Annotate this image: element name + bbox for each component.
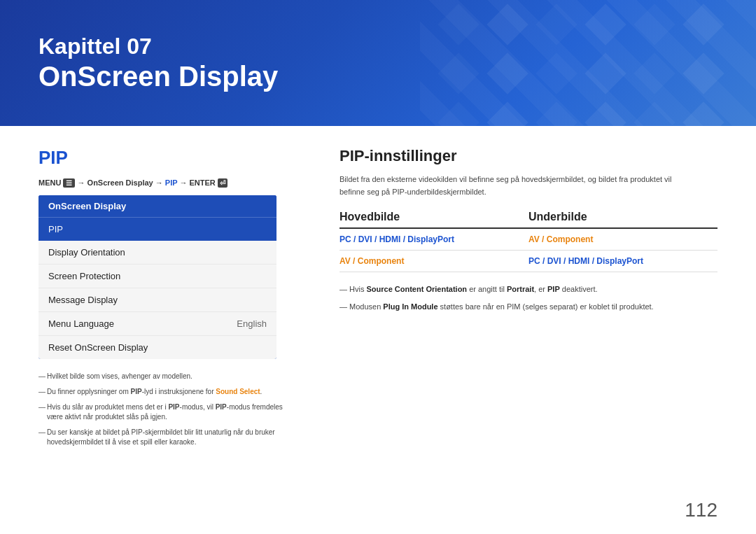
chapter-label: Kapittel 07	[38, 33, 278, 59]
menu-item-pip-label: PIP	[48, 224, 63, 234]
menu-path-arrow: → ENTER	[179, 178, 217, 187]
note-1: Hvilket bilde som vises, avhenger av mod…	[38, 372, 298, 381]
menu-item-display-orientation[interactable]: Display Orientation	[38, 241, 276, 265]
right-note-2: Modusen Plug In Module støttes bare når …	[340, 301, 718, 313]
right-note-1: Hvis Source Content Orientation er angit…	[340, 283, 718, 295]
table-row-2: AV / Component PC / DVI / HDMI / Display…	[340, 251, 718, 272]
menu-path: MENU ☰ → OnScreen Display → PIP → ENTER …	[38, 178, 298, 187]
osd-menu-items: PIP Display Orientation Screen Protectio…	[38, 218, 276, 359]
notes-section: Hvilket bilde som vises, avhenger av mod…	[38, 372, 298, 447]
note-4: Du ser kanskje at bildet på PIP-skjermbi…	[38, 428, 298, 447]
pip-innstillinger-title: PIP-innstillinger	[340, 147, 718, 165]
table-cell-2-2: PC / DVI / HDMI / DisplayPort	[528, 256, 718, 266]
right-column: PIP-innstillinger Bildet fra den ekstern…	[326, 147, 718, 520]
header-title: Kapittel 07 OnScreen Display	[38, 33, 278, 93]
menu-item-menu-language-label: Menu Language	[48, 318, 114, 329]
diamond-decoration	[434, 0, 728, 126]
menu-item-screen-protection[interactable]: Screen Protection	[38, 265, 276, 288]
table-cell-1-2: AV / Component	[528, 234, 718, 244]
header-banner: Kapittel 07 OnScreen Display	[0, 0, 756, 126]
menu-item-reset-osd-label: Reset OnScreen Display	[48, 342, 148, 353]
table-header-row: Hovedbilde Underbilde	[340, 211, 718, 229]
main-content: PIP MENU ☰ → OnScreen Display → PIP → EN…	[0, 126, 756, 534]
note-3: Hvis du slår av produktet mens det er i …	[38, 402, 298, 422]
left-column: PIP MENU ☰ → OnScreen Display → PIP → EN…	[38, 147, 298, 520]
menu-item-pip[interactable]: PIP	[38, 218, 276, 241]
menu-item-menu-language-value: English	[237, 318, 267, 329]
col-header-underbilde: Underbilde	[528, 211, 718, 223]
menu-path-enter-icon: ⏎	[218, 178, 227, 188]
menu-path-pip: PIP	[165, 178, 178, 187]
col-header-hovedbilde: Hovedbilde	[340, 211, 528, 223]
menu-path-icon-box: ☰	[63, 178, 75, 188]
right-notes: Hvis Source Content Orientation er angit…	[340, 283, 718, 312]
menu-path-icon: MENU	[38, 178, 61, 187]
pip-section-title: PIP	[38, 147, 298, 169]
menu-item-message-display[interactable]: Message Display	[38, 288, 276, 312]
menu-path-text: → OnScreen Display →	[78, 178, 165, 187]
menu-item-message-display-label: Message Display	[48, 295, 118, 305]
osd-menu-header: OnScreen Display	[38, 195, 276, 218]
menu-item-reset-osd[interactable]: Reset OnScreen Display	[38, 336, 276, 359]
table-cell-2-1: AV / Component	[340, 256, 528, 266]
table-row-1: PC / DVI / HDMI / DisplayPort AV / Compo…	[340, 229, 718, 251]
pip-table: Hovedbilde Underbilde PC / DVI / HDMI / …	[340, 211, 718, 272]
pip-description: Bildet fra den eksterne videokilden vil …	[340, 174, 676, 198]
header-subtitle: OnScreen Display	[38, 59, 278, 93]
page-number: 112	[685, 499, 718, 521]
menu-item-menu-language[interactable]: Menu Language English	[38, 312, 276, 336]
table-cell-1-1: PC / DVI / HDMI / DisplayPort	[340, 234, 528, 244]
menu-item-screen-protection-label: Screen Protection	[48, 271, 120, 281]
menu-item-display-orientation-label: Display Orientation	[48, 247, 125, 258]
osd-menu-box: OnScreen Display PIP Display Orientation…	[38, 195, 276, 359]
note-2: Du finner opplysninger om PIP-lyd i inst…	[38, 387, 298, 397]
